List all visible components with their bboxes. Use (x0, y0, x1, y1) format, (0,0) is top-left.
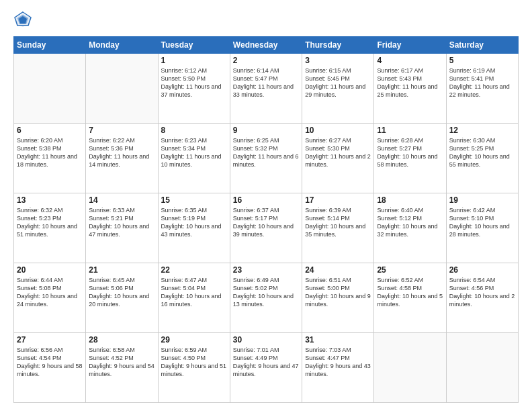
day-info: Sunrise: 6:39 AM Sunset: 5:14 PM Dayligh… (305, 206, 371, 239)
day-cell: 26Sunrise: 6:54 AM Sunset: 4:56 PM Dayli… (446, 263, 518, 333)
week-row-4: 20Sunrise: 6:44 AM Sunset: 5:08 PM Dayli… (14, 263, 519, 333)
week-row-5: 27Sunrise: 6:56 AM Sunset: 4:54 PM Dayli… (14, 333, 519, 403)
day-cell (86, 54, 158, 124)
day-number: 22 (161, 265, 227, 275)
day-number: 23 (233, 265, 299, 275)
day-number: 13 (17, 195, 83, 205)
day-info: Sunrise: 6:27 AM Sunset: 5:30 PM Dayligh… (305, 136, 371, 169)
day-cell: 9Sunrise: 6:25 AM Sunset: 5:32 PM Daylig… (230, 124, 302, 193)
day-cell: 21Sunrise: 6:45 AM Sunset: 5:06 PM Dayli… (86, 263, 158, 333)
day-info: Sunrise: 6:59 AM Sunset: 4:50 PM Dayligh… (161, 346, 227, 379)
day-cell: 18Sunrise: 6:40 AM Sunset: 5:12 PM Dayli… (374, 193, 446, 263)
day-cell: 22Sunrise: 6:47 AM Sunset: 5:04 PM Dayli… (158, 263, 230, 333)
day-number: 29 (161, 335, 227, 345)
day-number: 2 (233, 56, 299, 65)
weekday-monday: Monday (86, 37, 158, 54)
day-number: 1 (161, 56, 227, 65)
day-cell: 5Sunrise: 6:19 AM Sunset: 5:41 PM Daylig… (446, 54, 518, 124)
day-cell: 28Sunrise: 6:58 AM Sunset: 4:52 PM Dayli… (86, 333, 158, 403)
week-row-2: 6Sunrise: 6:20 AM Sunset: 5:38 PM Daylig… (14, 124, 519, 193)
day-cell: 11Sunrise: 6:28 AM Sunset: 5:27 PM Dayli… (374, 124, 446, 193)
day-cell: 13Sunrise: 6:32 AM Sunset: 5:23 PM Dayli… (14, 193, 86, 263)
day-info: Sunrise: 6:20 AM Sunset: 5:38 PM Dayligh… (17, 136, 83, 169)
day-info: Sunrise: 6:54 AM Sunset: 4:56 PM Dayligh… (449, 276, 515, 309)
day-info: Sunrise: 6:15 AM Sunset: 5:45 PM Dayligh… (305, 66, 371, 99)
day-number: 3 (305, 56, 371, 65)
day-info: Sunrise: 6:12 AM Sunset: 5:50 PM Dayligh… (161, 66, 227, 99)
day-cell: 2Sunrise: 6:14 AM Sunset: 5:47 PM Daylig… (230, 54, 302, 124)
page: SundayMondayTuesdayWednesdayThursdayFrid… (0, 0, 532, 411)
day-number: 26 (449, 265, 515, 275)
day-number: 5 (449, 56, 515, 65)
day-info: Sunrise: 6:52 AM Sunset: 4:58 PM Dayligh… (377, 276, 443, 309)
day-number: 21 (89, 265, 154, 275)
day-cell: 6Sunrise: 6:20 AM Sunset: 5:38 PM Daylig… (14, 124, 86, 193)
calendar-body: 1Sunrise: 6:12 AM Sunset: 5:50 PM Daylig… (14, 54, 519, 403)
day-cell: 15Sunrise: 6:35 AM Sunset: 5:19 PM Dayli… (158, 193, 230, 263)
day-info: Sunrise: 6:40 AM Sunset: 5:12 PM Dayligh… (377, 206, 443, 239)
day-number: 25 (377, 265, 443, 275)
day-cell: 7Sunrise: 6:22 AM Sunset: 5:36 PM Daylig… (86, 124, 158, 193)
day-cell: 25Sunrise: 6:52 AM Sunset: 4:58 PM Dayli… (374, 263, 446, 333)
day-number: 14 (89, 195, 154, 205)
day-info: Sunrise: 6:44 AM Sunset: 5:08 PM Dayligh… (17, 276, 83, 309)
day-cell: 31Sunrise: 7:03 AM Sunset: 4:47 PM Dayli… (302, 333, 374, 403)
day-cell: 12Sunrise: 6:30 AM Sunset: 5:25 PM Dayli… (446, 124, 518, 193)
day-cell (14, 54, 86, 124)
day-info: Sunrise: 6:14 AM Sunset: 5:47 PM Dayligh… (233, 66, 299, 99)
day-number: 16 (233, 195, 299, 205)
day-number: 6 (17, 126, 83, 135)
day-number: 28 (89, 335, 154, 345)
day-number: 4 (377, 56, 443, 65)
weekday-header-row: SundayMondayTuesdayWednesdayThursdayFrid… (14, 37, 519, 54)
day-info: Sunrise: 6:19 AM Sunset: 5:41 PM Dayligh… (449, 66, 515, 99)
week-row-1: 1Sunrise: 6:12 AM Sunset: 5:50 PM Daylig… (14, 54, 519, 124)
weekday-wednesday: Wednesday (230, 37, 302, 54)
day-number: 9 (233, 126, 299, 135)
day-info: Sunrise: 6:49 AM Sunset: 5:02 PM Dayligh… (233, 276, 299, 309)
weekday-saturday: Saturday (446, 37, 518, 54)
logo-icon (13, 11, 32, 30)
weekday-sunday: Sunday (14, 37, 86, 54)
day-cell (374, 333, 446, 403)
day-number: 15 (161, 195, 227, 205)
day-number: 20 (17, 265, 83, 275)
day-cell: 1Sunrise: 6:12 AM Sunset: 5:50 PM Daylig… (158, 54, 230, 124)
day-cell: 24Sunrise: 6:51 AM Sunset: 5:00 PM Dayli… (302, 263, 374, 333)
day-info: Sunrise: 6:17 AM Sunset: 5:43 PM Dayligh… (377, 66, 443, 99)
day-info: Sunrise: 6:25 AM Sunset: 5:32 PM Dayligh… (233, 136, 299, 169)
day-info: Sunrise: 6:42 AM Sunset: 5:10 PM Dayligh… (449, 206, 515, 239)
logo (13, 11, 35, 30)
day-info: Sunrise: 7:03 AM Sunset: 4:47 PM Dayligh… (305, 346, 371, 379)
day-info: Sunrise: 6:35 AM Sunset: 5:19 PM Dayligh… (161, 206, 227, 239)
day-cell: 20Sunrise: 6:44 AM Sunset: 5:08 PM Dayli… (14, 263, 86, 333)
day-info: Sunrise: 6:47 AM Sunset: 5:04 PM Dayligh… (161, 276, 227, 309)
day-cell: 17Sunrise: 6:39 AM Sunset: 5:14 PM Dayli… (302, 193, 374, 263)
day-number: 7 (89, 126, 154, 135)
day-number: 18 (377, 195, 443, 205)
day-info: Sunrise: 6:58 AM Sunset: 4:52 PM Dayligh… (89, 346, 154, 379)
day-cell: 19Sunrise: 6:42 AM Sunset: 5:10 PM Dayli… (446, 193, 518, 263)
day-number: 17 (305, 195, 371, 205)
weekday-thursday: Thursday (302, 37, 374, 54)
day-number: 19 (449, 195, 515, 205)
day-info: Sunrise: 6:33 AM Sunset: 5:21 PM Dayligh… (89, 206, 154, 239)
day-cell: 16Sunrise: 6:37 AM Sunset: 5:17 PM Dayli… (230, 193, 302, 263)
day-info: Sunrise: 6:56 AM Sunset: 4:54 PM Dayligh… (17, 346, 83, 379)
weekday-friday: Friday (374, 37, 446, 54)
day-number: 24 (305, 265, 371, 275)
day-cell: 3Sunrise: 6:15 AM Sunset: 5:45 PM Daylig… (302, 54, 374, 124)
week-row-3: 13Sunrise: 6:32 AM Sunset: 5:23 PM Dayli… (14, 193, 519, 263)
day-cell: 10Sunrise: 6:27 AM Sunset: 5:30 PM Dayli… (302, 124, 374, 193)
day-info: Sunrise: 6:51 AM Sunset: 5:00 PM Dayligh… (305, 276, 371, 309)
day-info: Sunrise: 6:37 AM Sunset: 5:17 PM Dayligh… (233, 206, 299, 239)
day-number: 10 (305, 126, 371, 135)
day-cell: 27Sunrise: 6:56 AM Sunset: 4:54 PM Dayli… (14, 333, 86, 403)
weekday-tuesday: Tuesday (158, 37, 230, 54)
day-number: 27 (17, 335, 83, 345)
day-info: Sunrise: 6:32 AM Sunset: 5:23 PM Dayligh… (17, 206, 83, 239)
day-info: Sunrise: 7:01 AM Sunset: 4:49 PM Dayligh… (233, 346, 299, 379)
day-number: 30 (233, 335, 299, 345)
day-number: 31 (305, 335, 371, 345)
day-cell: 14Sunrise: 6:33 AM Sunset: 5:21 PM Dayli… (86, 193, 158, 263)
